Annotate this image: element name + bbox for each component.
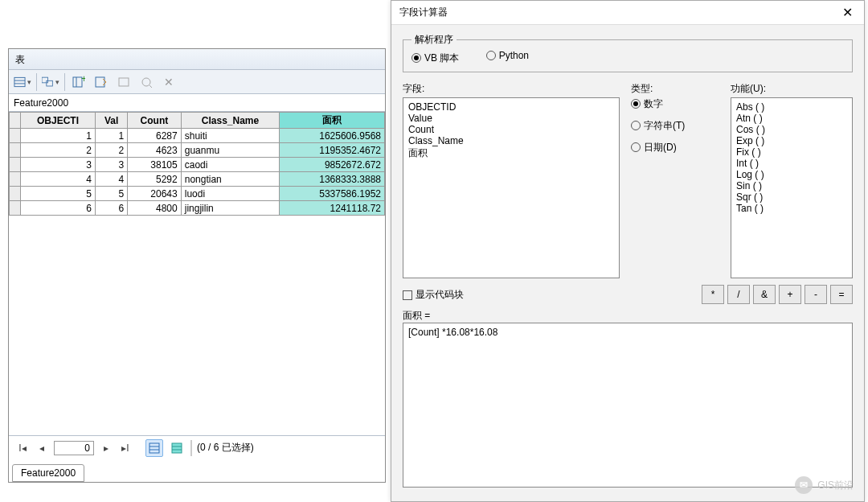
list-item[interactable]: Fix ( ) [736, 146, 847, 158]
export-icon [137, 73, 155, 91]
table-toolbar: + ✕ [9, 70, 385, 94]
attribute-table-panel: 表 + ✕ Feature2000 OBJECTI Val [8, 48, 386, 483]
svg-rect-15 [172, 443, 182, 453]
parser-python-radio[interactable]: Python [486, 50, 529, 61]
parser-legend: 解析程序 [411, 33, 457, 47]
type-date-radio[interactable]: 日期(D) [631, 141, 719, 154]
table-options-icon[interactable] [14, 73, 31, 91]
table-row[interactable]: 116287shuiti1625606.9568 [10, 129, 385, 143]
operator-button[interactable]: & [753, 285, 776, 304]
nav-last-icon[interactable]: ▸I [118, 440, 133, 456]
operator-button[interactable]: / [727, 285, 750, 304]
operator-buttons: */&+-= [702, 285, 853, 304]
svg-rect-9 [119, 78, 129, 86]
svg-line-11 [149, 85, 152, 88]
list-item[interactable]: Value [408, 113, 614, 124]
checkbox-off-icon [403, 290, 412, 300]
list-item[interactable]: OBJECTID [408, 101, 614, 113]
table-row[interactable]: 5520643luodi5337586.1952 [10, 187, 385, 201]
type-number-radio[interactable]: 数字 [631, 97, 719, 111]
list-item[interactable]: Exp ( ) [736, 135, 847, 146]
type-string-radio[interactable]: 字符串(T) [631, 119, 719, 133]
operator-button[interactable]: * [702, 285, 724, 304]
watermark: ✉ GIS前沿 [795, 476, 854, 494]
expression-label: 面积 = [403, 309, 853, 323]
table-row[interactable]: 445292nongtian1368333.3888 [10, 172, 385, 187]
nav-status: (0 / 6 已选择) [197, 441, 254, 455]
radio-on-icon [411, 53, 421, 63]
col-area[interactable]: 面积 [280, 113, 385, 129]
list-item[interactable]: Int ( ) [736, 158, 847, 169]
funcs-label: 功能(U): [731, 82, 853, 96]
show-selected-icon[interactable] [168, 439, 186, 457]
row-header-corner [10, 113, 21, 129]
list-item[interactable]: Sqr ( ) [736, 191, 847, 203]
operator-button[interactable]: = [830, 285, 853, 304]
radio-off-icon [486, 51, 496, 60]
list-item[interactable]: Sin ( ) [736, 180, 847, 191]
col-classname[interactable]: Class_Name [181, 113, 280, 129]
list-item[interactable]: Atn ( ) [736, 113, 847, 124]
nav-prev-icon[interactable]: ◂ [35, 440, 49, 456]
grid-header-row: OBJECTI Val Count Class_Name 面积 [10, 113, 385, 129]
bottom-tabs: Feature2000 [9, 459, 84, 482]
funcs-listbox[interactable]: Abs ( )Atn ( )Cos ( )Exp ( )Fix ( )Int (… [731, 97, 853, 278]
svg-rect-3 [42, 77, 48, 83]
type-label: 类型: [631, 82, 719, 96]
parser-vb-radio[interactable]: VB 脚本 [411, 51, 459, 65]
field-calculator-dialog: 字段计算器 ✕ 解析程序 VB 脚本 Python 字段: OBJECTIDVa… [391, 0, 865, 502]
close-icon[interactable]: ✕ [160, 73, 178, 91]
nav-next-icon[interactable]: ▸ [99, 440, 113, 456]
record-navigator: I◂ ◂ ▸ ▸I (0 / 6 已选择) [9, 435, 385, 459]
col-count[interactable]: Count [128, 113, 182, 129]
operator-button[interactable]: + [779, 285, 801, 304]
show-all-icon[interactable] [145, 439, 163, 457]
show-codeblock-checkbox[interactable]: 显示代码块 [403, 288, 464, 302]
col-val[interactable]: Val [96, 113, 128, 129]
col-objectid[interactable]: OBJECTI [21, 113, 96, 129]
tab-feature2000[interactable]: Feature2000 [12, 464, 84, 482]
fields-label: 字段: [403, 82, 620, 96]
list-item[interactable]: Log ( ) [736, 169, 847, 180]
panel-title: 表 [9, 49, 385, 70]
dialog-close-icon[interactable]: ✕ [839, 5, 856, 20]
layer-name: Feature2000 [9, 94, 385, 112]
svg-text:+: + [81, 76, 85, 84]
svg-rect-12 [149, 443, 159, 453]
list-item[interactable]: Class_Name [408, 135, 614, 146]
delete-icon [115, 73, 133, 91]
dialog-title: 字段计算器 [399, 6, 448, 19]
table-row[interactable]: 224623guanmu1195352.4672 [10, 143, 385, 158]
list-item[interactable]: 面积 [408, 146, 614, 160]
add-field-icon[interactable]: + [70, 73, 88, 91]
list-item[interactable]: Cos ( ) [736, 124, 847, 135]
table-row[interactable]: 3338105caodi9852672.672 [10, 158, 385, 172]
svg-point-10 [142, 78, 150, 86]
list-item[interactable]: Tan ( ) [736, 203, 847, 214]
nav-first-icon[interactable]: I◂ [15, 440, 30, 456]
grid-wrap: OBJECTI Val Count Class_Name 面积 116287sh… [9, 112, 385, 434]
list-item[interactable]: Abs ( ) [736, 101, 847, 113]
svg-rect-4 [47, 80, 53, 86]
related-tables-icon[interactable] [42, 73, 59, 91]
fields-listbox[interactable]: OBJECTIDValueCountClass_Name面积 [403, 97, 620, 278]
table-row[interactable]: 664800jingjilin1241118.72 [10, 201, 385, 216]
wechat-icon: ✉ [795, 476, 813, 494]
nav-current-input[interactable] [54, 441, 94, 455]
operator-button[interactable]: - [805, 285, 827, 304]
attribute-grid[interactable]: OBJECTI Val Count Class_Name 面积 116287sh… [9, 112, 385, 216]
find-replace-icon[interactable] [92, 73, 110, 91]
svg-rect-0 [14, 77, 25, 86]
list-item[interactable]: Count [408, 124, 614, 135]
dialog-titlebar: 字段计算器 ✕ [391, 1, 864, 25]
parser-group: 解析程序 VB 脚本 Python [403, 33, 853, 72]
expression-textarea[interactable] [403, 323, 853, 488]
